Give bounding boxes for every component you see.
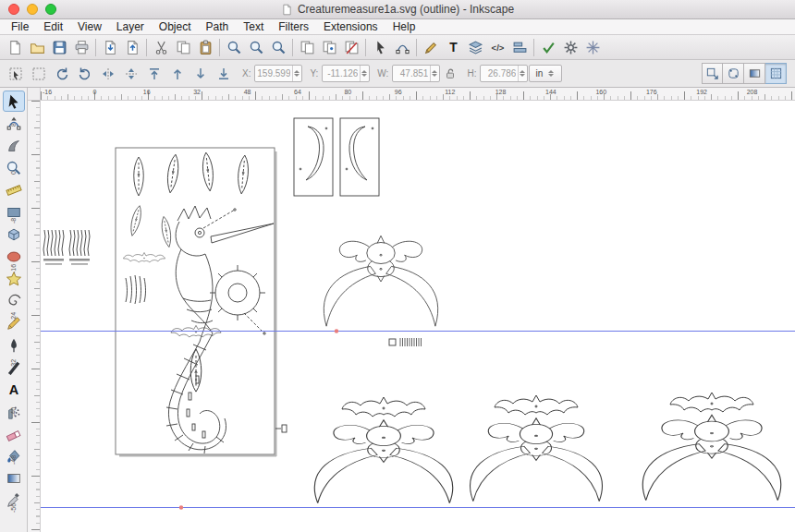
creature-piece[interactable] <box>324 236 437 326</box>
bat-piece[interactable] <box>342 397 425 417</box>
h-spinner[interactable] <box>518 66 526 81</box>
transform-patterns-toggle[interactable] <box>765 63 787 84</box>
guide-anchor[interactable] <box>335 329 338 332</box>
tool-measure[interactable] <box>3 179 25 200</box>
tool-eraser[interactable] <box>3 423 25 444</box>
y-spinner[interactable] <box>360 66 368 81</box>
save-document-button[interactable] <box>48 36 70 58</box>
ruler-label: 192 <box>694 88 744 100</box>
fill-stroke-dialog-button[interactable] <box>420 36 442 58</box>
ruler-label: 128 <box>494 88 544 100</box>
zoom-drawing-button[interactable] <box>245 36 267 58</box>
copy-button[interactable] <box>172 36 194 58</box>
import-icon <box>103 40 118 55</box>
transform-stroke-toggle[interactable] <box>702 63 723 84</box>
lower-button[interactable] <box>190 63 212 84</box>
menu-item-layer[interactable]: Layer <box>109 19 152 35</box>
comb-swatches[interactable] <box>43 230 90 265</box>
w-spinner[interactable] <box>430 66 438 81</box>
export-button[interactable] <box>121 36 143 58</box>
toolbar-separator <box>146 39 147 56</box>
units-value: in <box>535 68 543 79</box>
titlebar[interactable]: Creaturemeasure1a.svg (outline) - Inksca… <box>0 0 795 19</box>
cut-button[interactable] <box>150 36 172 58</box>
menu-item-edit[interactable]: Edit <box>36 19 70 35</box>
window-controls <box>0 4 56 15</box>
rotate-ccw-button[interactable] <box>51 63 73 84</box>
canvas-artwork[interactable] <box>41 101 795 532</box>
minimize-button[interactable] <box>27 4 38 15</box>
text-dialog-button[interactable] <box>442 36 464 58</box>
import-button[interactable] <box>99 36 121 58</box>
y-input[interactable] <box>323 68 360 79</box>
menu-item-object[interactable]: Object <box>152 19 199 35</box>
menu-item-view[interactable]: View <box>70 19 109 35</box>
zoom-button[interactable] <box>45 4 56 15</box>
tool-spiral[interactable] <box>3 290 25 311</box>
menu-item-file[interactable]: File <box>4 19 36 35</box>
toolbar-separator <box>219 39 220 56</box>
deselect-button[interactable] <box>28 63 50 84</box>
flip-vertical-button[interactable] <box>120 63 142 84</box>
export-icon <box>125 40 141 55</box>
open-document-button[interactable] <box>26 36 48 58</box>
menu-item-help[interactable]: Help <box>385 19 423 35</box>
transform-gradients-toggle[interactable] <box>744 63 765 84</box>
snap-controls-button[interactable] <box>581 36 604 58</box>
text-a-icon <box>6 381 22 398</box>
menu-item-extensions[interactable]: Extensions <box>316 19 385 35</box>
unlink-clone-button[interactable] <box>340 36 362 58</box>
raise-button[interactable] <box>166 63 189 84</box>
raise-to-top-button[interactable] <box>143 63 165 84</box>
layers-dialog-button[interactable] <box>464 36 486 58</box>
rotate-cw-button[interactable] <box>74 63 96 84</box>
align-distribute-button[interactable] <box>508 36 531 58</box>
create-clone-button[interactable] <box>318 36 340 58</box>
tool-text[interactable] <box>3 379 25 400</box>
units-dropdown[interactable]: in <box>529 65 562 82</box>
x-spinner[interactable] <box>292 66 300 81</box>
edit-paths-button[interactable] <box>391 36 413 58</box>
lock-ratio-button[interactable] <box>441 64 459 83</box>
flip-horizontal-icon <box>101 66 116 81</box>
h-label: H: <box>467 68 476 79</box>
xml-editor-button[interactable] <box>486 36 508 58</box>
creature-piece[interactable] <box>314 420 452 503</box>
paste-button[interactable] <box>194 36 216 58</box>
edit-objects-button[interactable] <box>369 36 391 58</box>
spellcheck-button[interactable] <box>537 36 559 58</box>
canvas[interactable] <box>41 101 795 532</box>
transform-corners-toggle[interactable] <box>723 63 744 84</box>
pen-nib-icon <box>6 337 22 354</box>
horizontal-ruler[interactable]: -16 0 16 32 48 64 80 96 112 128 144 160 … <box>41 88 795 101</box>
h-field <box>480 65 528 82</box>
zoom-selection-button[interactable] <box>223 36 245 58</box>
tool-selector[interactable] <box>3 91 25 112</box>
hook-panels[interactable] <box>294 118 379 196</box>
creature-piece[interactable] <box>471 418 603 502</box>
bat-piece[interactable] <box>495 395 578 415</box>
flip-horizontal-button[interactable] <box>97 63 119 84</box>
guide-anchor[interactable] <box>179 505 183 509</box>
menu-item-text[interactable]: Text <box>236 19 271 35</box>
creature-piece[interactable] <box>642 415 780 500</box>
menu-item-filters[interactable]: Filters <box>271 19 316 35</box>
bat-piece[interactable] <box>670 393 753 412</box>
select-all-button[interactable] <box>5 63 27 84</box>
print-document-button[interactable] <box>70 36 92 58</box>
lower-to-bottom-button[interactable] <box>213 63 235 84</box>
h-input[interactable] <box>481 68 518 79</box>
tool-bezier-pen[interactable] <box>3 334 25 356</box>
close-button[interactable] <box>8 4 19 15</box>
preferences-button[interactable] <box>559 36 581 58</box>
vertical-ruler[interactable]: 8 0 -8 -16 -24 -32 -40 -48 -56 <box>28 101 41 532</box>
x-input[interactable] <box>255 68 292 79</box>
tool-tweak[interactable] <box>3 135 25 156</box>
duplicate-button[interactable] <box>296 36 318 58</box>
w-input[interactable] <box>393 68 430 79</box>
new-document-button[interactable] <box>4 36 26 58</box>
zoom-page-button[interactable] <box>267 36 289 58</box>
rotate-cw-icon <box>78 66 92 81</box>
tool-gradient[interactable] <box>3 467 25 489</box>
menu-item-path[interactable]: Path <box>199 19 237 35</box>
